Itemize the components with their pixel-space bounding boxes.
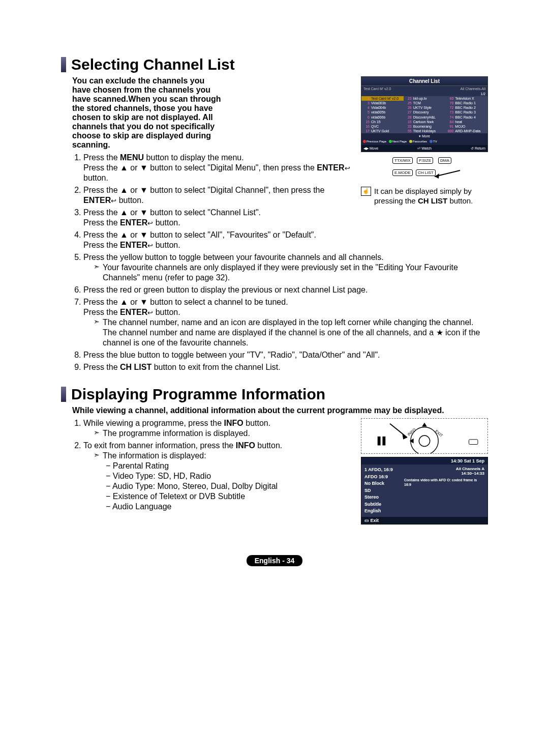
section2-steps: While viewing a programme, press the INF… [83, 418, 357, 512]
remote-btn-psize: P.SIZE [417, 157, 433, 164]
pointer-icon: ➣ [94, 317, 100, 348]
osd-page: 1/2 [361, 92, 487, 96]
section-title-2: Displaying Programme Information [71, 386, 325, 403]
osd-row: 27Discovery [404, 110, 446, 114]
down-arrow-icon [140, 298, 148, 306]
step-7: Press the or button to select a channel … [83, 297, 488, 348]
pointer-icon: ➣ [94, 451, 100, 461]
remote-diagram: TTX/MIX P.SIZE DMA E.MODE CH LIST [361, 154, 488, 185]
osd-more: ▾ More [361, 133, 487, 139]
dash-item: − Existence of Teletext or DVB Subtitle [106, 491, 357, 502]
s2-step-1: While viewing a programme, press the INF… [83, 418, 357, 439]
info-remote-svg: INFO EXIT [361, 419, 487, 453]
s2-step-2: To exit from banner information, press t… [83, 441, 357, 512]
osd-row: 6vida006b [361, 115, 404, 120]
section1-intro: You can exclude the channels you have ch… [72, 76, 225, 150]
chlist-note: ☝ It can be displayed simply by pressing… [361, 187, 488, 206]
down-arrow-icon [140, 230, 148, 239]
step-2: Press the or button to select "Digital C… [83, 185, 357, 206]
remote-btn-ttxmix: TTX/MIX [392, 157, 413, 164]
osd-row: 72BBC Radio 2 [445, 105, 487, 110]
down-arrow-icon [140, 208, 148, 217]
osd-row: 23bid-up.tv [404, 96, 446, 101]
osd-row: 74BBC Radio 4 [445, 115, 487, 120]
osd-row: 26UKTV Style [404, 105, 446, 110]
osd-row: 800ARD-MHP-Data [445, 129, 487, 133]
move-label: Move [363, 146, 378, 151]
info-left-item: Subtitle [364, 501, 398, 508]
info-dash-list: − Parental Rating− Video Type: SD, HD, R… [106, 461, 357, 512]
pointer-icon: ➣ [94, 428, 100, 439]
osd-row: 70BBC Radio 1 [445, 101, 487, 105]
step-4: Press the or button to select "All", "Fa… [83, 230, 357, 250]
blue-dot-icon [430, 140, 433, 143]
info-left-item: English [364, 508, 398, 515]
step-3: Press the or button to select "Channel L… [83, 208, 357, 228]
enter-icon [147, 218, 153, 227]
osd-title: Channel List [361, 77, 487, 86]
info-left-item: Stereo [364, 494, 398, 501]
osd-row: 15Cartoon Nwk [404, 120, 446, 124]
info-osd-right: All Channels A 14:30~14:33 Contains vide… [401, 464, 487, 517]
dash-item: − Parental Rating [106, 461, 357, 471]
dash-item: − Audio Type: Mono, Stereo, Dual, Dolby … [106, 481, 357, 491]
section1-steps: Press the MENU button to display the men… [83, 153, 357, 250]
svg-point-2 [419, 435, 430, 446]
page-footer: English - 34 [61, 555, 488, 566]
step-9: Press the CH LIST button to exit from th… [83, 362, 488, 372]
osd-footer: Move Watch Return [361, 145, 487, 152]
osd-row: 15Ch 15 [361, 120, 404, 124]
info-osd-time: 14:30 Sat 1 Sep [361, 457, 487, 464]
osd-row: 28DiscoveryH&L [404, 115, 446, 120]
osd-subtitle: Test Card M' v2.0 All Channels-All [361, 86, 487, 92]
green-dot-icon [389, 140, 392, 143]
osd-row: 73BBC Radio 3 [445, 110, 487, 114]
osd-row: 5vida005b [361, 110, 404, 114]
info-left-item: 1 AFDO, 16:9 [364, 467, 398, 474]
svg-marker-5 [390, 424, 407, 438]
remote-btn-emode: E.MODE [392, 169, 413, 176]
osd-body: 1Test Card M' v2.03Vida003b4Vida004b5vid… [361, 96, 487, 133]
enter-icon [345, 163, 350, 172]
watch-label: Watch [417, 146, 432, 151]
osd-row: 60Television X [445, 96, 487, 101]
section-title-1: Selecting Channel List [71, 56, 235, 73]
section1-steps-cont: Press the yellow button to toggle betwee… [83, 252, 488, 372]
enter-icon [147, 241, 153, 249]
info-left-item: No Block [364, 480, 398, 487]
osd-row: 17UKTV Gold [361, 129, 404, 133]
up-arrow-icon [120, 163, 128, 172]
step-5: Press the yellow button to toggle betwee… [83, 252, 488, 283]
svg-rect-8 [378, 437, 381, 445]
pointer-arrow-icon [432, 167, 478, 183]
section-heading-2: Displaying Programme Information [61, 386, 488, 403]
yellow-dot-icon [409, 140, 412, 143]
section-heading-1: Selecting Channel List [61, 56, 488, 73]
footer-page-label: English - 34 [247, 555, 303, 566]
osd-row: 25TCM [404, 101, 446, 105]
svg-rect-9 [382, 437, 385, 445]
info-left-item: AFDO 16:9 [364, 474, 398, 481]
enter-icon [111, 196, 116, 205]
svg-marker-4 [410, 439, 414, 444]
heading-bar-icon [61, 57, 66, 72]
enter-icon [147, 308, 153, 316]
osd-row: 33Boomerang [404, 124, 446, 129]
info-osd-left: 1 AFDO, 16:9AFDO 16:9No BlockSDStereoSub… [361, 464, 401, 517]
up-arrow-icon [120, 230, 128, 239]
svg-rect-7 [469, 440, 477, 445]
osd-row: 91MOJO [445, 124, 487, 129]
remote-btn-dma: DMA [438, 157, 451, 164]
channel-list-osd: Channel List Test Card M' v2.0 All Chann… [361, 76, 488, 152]
up-arrow-icon [120, 298, 128, 306]
osd-row: 84heat [445, 120, 487, 124]
osd-row: 4Vida004b [361, 105, 404, 110]
red-dot-icon [363, 140, 366, 143]
down-arrow-icon [140, 163, 148, 172]
osd-legend: Previous Page Next Page Favourites TV [361, 139, 487, 145]
up-arrow-icon [120, 186, 128, 194]
info-left-item: SD [364, 487, 398, 495]
exit-label: EXIT [434, 429, 444, 438]
section2-intro: While viewing a channel, additional info… [72, 406, 488, 415]
info-osd: 14:30 Sat 1 Sep 1 AFDO, 16:9AFDO 16:9No … [361, 457, 488, 525]
